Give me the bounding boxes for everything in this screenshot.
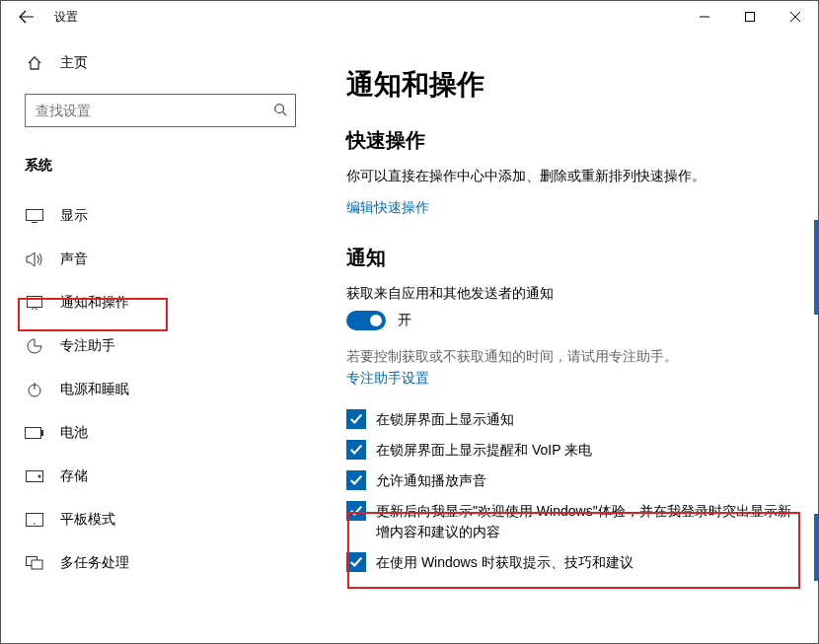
sidebar-item-label: 多任务处理 [60, 554, 129, 572]
checkbox-lockscreen-voip: 在锁屏界面上显示提醒和 VoIP 来电 [346, 440, 794, 461]
close-button[interactable] [773, 1, 818, 33]
display-icon [25, 209, 44, 223]
checkbox[interactable] [346, 552, 366, 572]
checkbox-label: 在锁屏界面上显示通知 [376, 409, 514, 430]
checkbox-welcome-experience: 更新后向我显示"欢迎使用 Windows"体验，并在我登录时突出显示新增内容和建… [346, 501, 794, 542]
settings-window: 设置 主页 [0, 0, 819, 644]
window-controls [682, 1, 818, 33]
svg-rect-5 [26, 428, 41, 439]
svg-rect-12 [32, 560, 42, 569]
checkbox[interactable] [346, 470, 366, 490]
checkbox-sound: 允许通知播放声音 [346, 470, 794, 491]
minimize-button[interactable] [682, 1, 727, 33]
sidebar: 主页 系统 显示 声音 通知和操作 [1, 33, 317, 643]
checkbox-tips: 在使用 Windows 时获取提示、技巧和建议 [346, 552, 794, 573]
maximize-button[interactable] [727, 1, 773, 33]
svg-rect-6 [41, 430, 43, 436]
notifications-toggle-row: 开 [346, 311, 794, 330]
checkbox[interactable] [346, 501, 366, 521]
section-quick-actions: 快速操作 [346, 127, 794, 154]
sidebar-item-tablet[interactable]: 平板模式 [1, 498, 316, 541]
checkbox-label: 在锁屏界面上显示提醒和 VoIP 来电 [376, 440, 592, 461]
titlebar: 设置 [1, 1, 818, 33]
toggle-state-label: 开 [398, 312, 411, 329]
checkbox[interactable] [346, 409, 366, 429]
search-icon [273, 103, 287, 119]
sidebar-item-multitask[interactable]: 多任务处理 [1, 541, 316, 585]
checkbox-label: 在使用 Windows 时获取提示、技巧和建议 [376, 552, 633, 573]
section-notifications: 通知 [346, 245, 794, 271]
back-button[interactable] [7, 1, 46, 33]
focus-note: 若要控制获取或不获取通知的时间，请试用专注助手。 [346, 348, 794, 366]
back-arrow-icon [19, 9, 35, 25]
window-title: 设置 [46, 9, 78, 26]
svg-point-10 [34, 523, 36, 525]
sidebar-item-label: 存储 [60, 467, 88, 485]
sidebar-item-label: 显示 [60, 207, 88, 225]
home-label: 主页 [60, 54, 88, 72]
sidebar-item-display[interactable]: 显示 [1, 194, 316, 238]
svg-rect-3 [28, 297, 42, 308]
sidebar-item-label: 平板模式 [60, 511, 115, 529]
checkbox-lockscreen-notify: 在锁屏界面上显示通知 [346, 409, 794, 430]
notifications-sub: 获取来自应用和其他发送者的通知 [346, 285, 794, 303]
focus-icon [25, 338, 44, 354]
focus-assist-settings-link[interactable]: 专注助手设置 [346, 370, 429, 388]
multitask-icon [25, 556, 44, 570]
notifications-toggle[interactable] [346, 311, 386, 330]
quick-actions-desc: 你可以直接在操作中心中添加、删除或重新排列快速操作。 [346, 168, 794, 185]
checkbox-label: 允许通知播放声音 [376, 470, 486, 491]
sidebar-group-system: 系统 [1, 137, 316, 194]
svg-rect-2 [27, 210, 43, 221]
background-window-hint [814, 220, 819, 315]
sidebar-item-focus[interactable]: 专注助手 [1, 324, 316, 368]
body: 主页 系统 显示 声音 通知和操作 [1, 33, 818, 643]
sidebar-item-notifications[interactable]: 通知和操作 [1, 281, 316, 324]
sidebar-item-label: 电池 [60, 424, 88, 442]
svg-rect-0 [746, 13, 755, 22]
background-window-hint [814, 514, 819, 581]
battery-icon [25, 427, 44, 439]
search-input-wrapper[interactable] [25, 94, 296, 127]
page-title: 通知和操作 [346, 66, 794, 104]
sidebar-item-battery[interactable]: 电池 [1, 411, 316, 455]
home-icon [25, 55, 44, 71]
maximize-icon [745, 12, 755, 22]
home-button[interactable]: 主页 [1, 44, 316, 82]
search-input[interactable] [34, 102, 273, 119]
svg-point-1 [275, 104, 284, 112]
notification-icon [25, 295, 44, 311]
checkbox[interactable] [346, 440, 366, 460]
sidebar-item-label: 电源和睡眠 [60, 381, 129, 398]
sidebar-item-sound[interactable]: 声音 [1, 238, 316, 281]
checkbox-label: 更新后向我显示"欢迎使用 Windows"体验，并在我登录时突出显示新增内容和建… [376, 501, 794, 542]
power-icon [25, 382, 44, 397]
sidebar-item-storage[interactable]: 存储 [1, 455, 316, 498]
storage-icon [25, 470, 44, 482]
sidebar-item-power[interactable]: 电源和睡眠 [1, 368, 316, 411]
main-content: 通知和操作 快速操作 你可以直接在操作中心中添加、删除或重新排列快速操作。 编辑… [317, 33, 818, 643]
sound-icon [25, 251, 44, 267]
edit-quick-actions-link[interactable]: 编辑快速操作 [346, 199, 429, 217]
sidebar-item-label: 通知和操作 [60, 294, 129, 312]
close-icon [790, 12, 800, 22]
svg-point-8 [38, 475, 41, 478]
minimize-icon [700, 12, 709, 22]
sidebar-item-label: 专注助手 [60, 337, 115, 355]
sidebar-item-label: 声音 [60, 250, 88, 268]
tablet-icon [25, 513, 44, 527]
